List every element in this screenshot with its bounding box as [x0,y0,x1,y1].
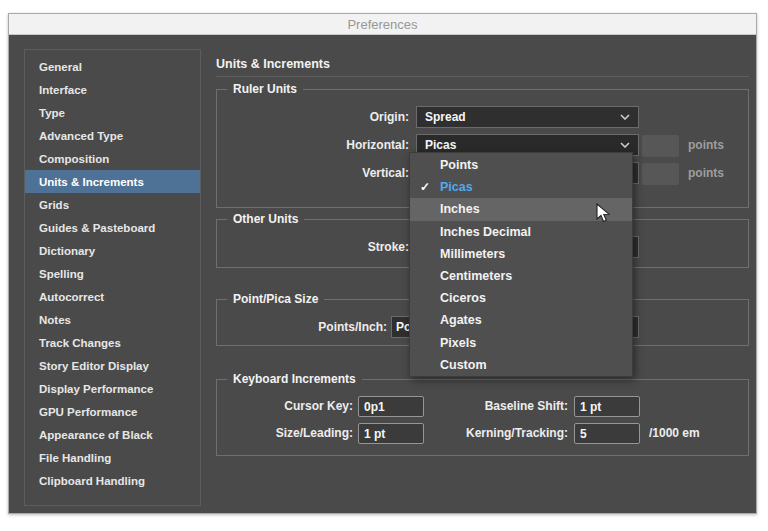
preferences-sidebar: General Interface Type Advanced Type Com… [24,49,201,506]
cursor-key-input[interactable] [358,396,424,417]
sidebar-item-label: Advanced Type [39,130,123,142]
checkmark-icon: ✓ [410,180,440,194]
kerning-tracking-input[interactable] [574,423,640,444]
stroke-label: Stroke: [216,240,409,254]
sidebar-item-interface[interactable]: Interface [25,78,200,101]
sidebar-item-notes[interactable]: Notes [25,308,200,331]
sidebar-item-units-increments[interactable]: Units & Increments [25,170,200,193]
sidebar-item-story-editor-display[interactable]: Story Editor Display [25,354,200,377]
points-inch-label: Points/Inch: [216,320,387,334]
size-leading-label: Size/Leading: [216,426,353,440]
page-title: Units & Increments [216,57,330,71]
baseline-shift-label: Baseline Shift: [429,399,568,413]
origin-dropdown[interactable]: Spread [416,106,639,128]
sidebar-item-display-performance[interactable]: Display Performance [25,377,200,400]
sidebar-item-label: Spelling [39,268,84,280]
menu-item-label: Centimeters [440,269,512,283]
menu-item-millimeters[interactable]: Millimeters [410,243,632,265]
menu-item-agates[interactable]: Agates [410,309,632,331]
point-pica-size-legend: Point/Pica Size [227,292,324,306]
sidebar-item-label: Notes [39,314,71,326]
sidebar-item-label: Appearance of Black [39,429,153,441]
screenshot-canvas: Preferences General Interface Type Advan… [0,0,768,531]
sidebar-item-label: General [39,61,82,73]
horizontal-value: Picas [425,138,620,152]
sidebar-item-track-changes[interactable]: Track Changes [25,331,200,354]
menu-item-label: Agates [440,313,482,327]
sidebar-item-label: Display Performance [39,383,153,395]
sidebar-item-dictionary[interactable]: Dictionary [25,239,200,262]
menu-item-label: Ciceros [440,291,486,305]
ruler-units-legend: Ruler Units [227,82,303,96]
other-units-legend: Other Units [227,212,304,226]
sidebar-item-label: Autocorrect [39,291,104,303]
baseline-shift-input[interactable] [574,396,640,417]
menu-item-points[interactable]: Points [410,154,632,176]
sidebar-item-label: File Handling [39,452,111,464]
menu-item-centimeters[interactable]: Centimeters [410,265,632,287]
origin-value: Spread [425,110,620,124]
vertical-label: Vertical: [216,166,409,180]
chevron-down-icon [620,142,630,148]
menu-item-picas[interactable]: ✓Picas [410,176,632,198]
menu-item-label: Inches [440,202,480,216]
origin-label: Origin: [216,110,409,124]
sidebar-item-label: GPU Performance [39,406,137,418]
sidebar-item-label: Story Editor Display [39,360,149,372]
keyboard-increments-legend: Keyboard Increments [227,372,362,386]
sidebar-item-label: Dictionary [39,245,95,257]
sidebar-item-label: Composition [39,153,109,165]
sidebar-item-advanced-type[interactable]: Advanced Type [25,124,200,147]
vertical-points-suffix: points [688,166,724,180]
sidebar-item-label: Units & Increments [39,176,144,188]
sidebar-item-label: Grids [39,199,69,211]
menu-item-label: Picas [440,180,473,194]
menu-item-pixels[interactable]: Pixels [410,332,632,354]
sidebar-item-file-handling[interactable]: File Handling [25,446,200,469]
sidebar-item-general[interactable]: General [25,55,200,78]
units-dropdown-menu: Points ✓Picas Inches Inches Decimal Mill… [409,152,633,377]
chevron-down-icon [620,114,630,120]
kerning-tracking-label: Kerning/Tracking: [429,426,568,440]
sidebar-item-guides-pasteboard[interactable]: Guides & Pasteboard [25,216,200,239]
sidebar-item-gpu-performance[interactable]: GPU Performance [25,400,200,423]
size-leading-input[interactable] [358,423,424,444]
sidebar-item-label: Track Changes [39,337,121,349]
sidebar-item-label: Type [39,107,65,119]
menu-item-ciceros[interactable]: Ciceros [410,287,632,309]
sidebar-item-label: Clipboard Handling [39,475,145,487]
keyboard-increments-group: Keyboard Increments [216,379,749,456]
vertical-points-field [642,163,679,185]
menu-item-custom[interactable]: Custom [410,354,632,376]
horizontal-points-field [642,135,679,157]
horizontal-points-suffix: points [688,138,724,152]
sidebar-item-spelling[interactable]: Spelling [25,262,200,285]
dialog-titlebar[interactable]: Preferences [9,14,756,35]
sidebar-item-appearance-of-black[interactable]: Appearance of Black [25,423,200,446]
heading-separator [216,76,749,77]
menu-item-label: Inches Decimal [440,225,531,239]
menu-item-label: Points [440,158,478,172]
menu-item-label: Custom [440,358,487,372]
sidebar-item-label: Interface [39,84,87,96]
sidebar-item-label: Guides & Pasteboard [39,222,155,234]
dialog-title: Preferences [347,17,417,32]
cursor-key-label: Cursor Key: [216,399,353,413]
sidebar-item-composition[interactable]: Composition [25,147,200,170]
sidebar-item-autocorrect[interactable]: Autocorrect [25,285,200,308]
kerning-tracking-suffix: /1000 em [649,426,700,440]
menu-item-label: Millimeters [440,247,505,261]
menu-item-label: Pixels [440,336,476,350]
sidebar-item-grids[interactable]: Grids [25,193,200,216]
sidebar-item-type[interactable]: Type [25,101,200,124]
sidebar-item-clipboard-handling[interactable]: Clipboard Handling [25,469,200,492]
horizontal-label: Horizontal: [216,138,409,152]
mouse-cursor-icon [596,203,611,228]
preferences-dialog: Preferences General Interface Type Advan… [8,13,757,514]
